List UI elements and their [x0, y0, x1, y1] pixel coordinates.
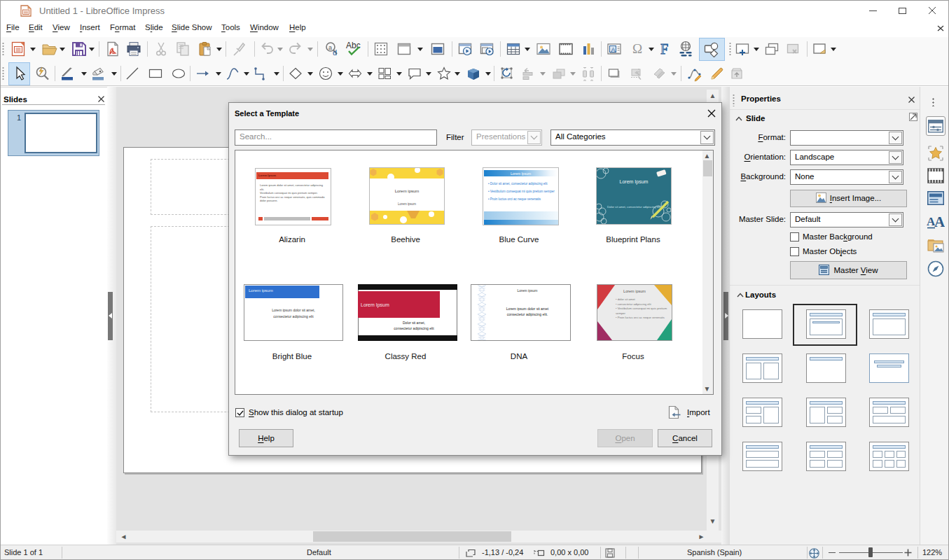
svg-text:a: a [328, 44, 332, 51]
svg-text:d: d [333, 48, 337, 57]
svg-text:A: A [611, 46, 616, 53]
svg-text:Ω: Ω [632, 41, 642, 56]
svg-text:A: A [110, 48, 115, 55]
svg-text:F: F [660, 41, 668, 57]
svg-text:A: A [934, 214, 945, 230]
